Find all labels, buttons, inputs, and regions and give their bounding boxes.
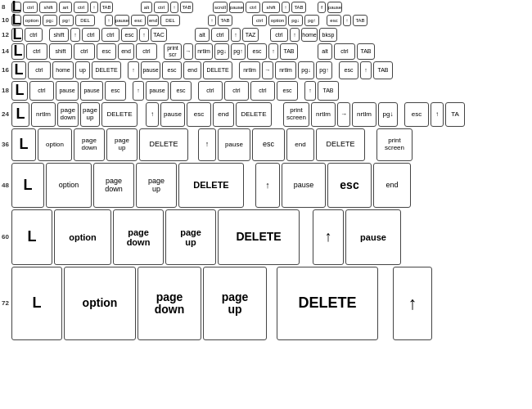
key-row24-6[interactable]: ↑	[146, 102, 159, 127]
key-row14-8[interactable]: printscr	[164, 43, 182, 60]
key-row60-2[interactable]: pagedown	[113, 209, 164, 265]
key-row12-6[interactable]: ctrl	[101, 28, 119, 42]
key-row24-15[interactable]: nrtlm	[352, 102, 376, 127]
key-row18-2[interactable]: pause	[56, 81, 79, 101]
key-row24-3[interactable]: pageup	[80, 102, 100, 127]
key-row48-1[interactable]: option	[46, 163, 92, 208]
key-row24-2[interactable]: pagedown	[57, 102, 79, 127]
key-row8-9[interactable]: ctrl	[154, 2, 169, 13]
key-row10-6[interactable]: ↑	[105, 15, 113, 26]
key-row8-14[interactable]: pause	[229, 2, 244, 13]
key-row16-12[interactable]: nrtlm	[239, 61, 260, 79]
key-row12-8[interactable]: ↑	[139, 28, 149, 42]
key-row8-15[interactable]: ctrl	[246, 2, 260, 13]
key-row14-9[interactable]: →	[183, 43, 193, 60]
key-row14-19[interactable]: TAB	[357, 43, 375, 60]
key-row60-7[interactable]: pause	[345, 209, 401, 265]
key-row72-2[interactable]: pagedown	[138, 267, 201, 340]
key-row24-4[interactable]: DELETE	[101, 102, 138, 127]
key-row12-0[interactable]: L	[11, 28, 23, 42]
key-row12-17[interactable]: ↑	[290, 28, 300, 42]
key-row8-17[interactable]: ↑	[282, 2, 290, 13]
key-row24-19[interactable]: ↑	[431, 102, 444, 127]
key-row8-16[interactable]: shift	[262, 2, 280, 13]
key-row60-0[interactable]: L	[11, 209, 52, 265]
key-row24-8[interactable]: esc	[187, 102, 211, 127]
key-row12-12[interactable]: ctrl	[211, 28, 229, 42]
key-row14-15[interactable]: TAB	[280, 43, 298, 60]
key-row14-4[interactable]: esc	[97, 43, 116, 60]
key-row18-15[interactable]: ↑	[304, 81, 316, 101]
key-row8-3[interactable]: art	[59, 2, 72, 13]
key-row18-3[interactable]: pause	[80, 81, 103, 101]
key-row12-1[interactable]: ctrl	[25, 28, 43, 42]
key-row72-3[interactable]: pageup	[203, 267, 267, 340]
key-row12-16[interactable]: ctrl	[270, 28, 288, 42]
key-row16-0[interactable]: L	[11, 61, 26, 79]
key-row72-1[interactable]: option	[64, 267, 136, 340]
key-row10-1[interactable]: option	[23, 15, 41, 26]
key-row24-13[interactable]: nrtlm	[311, 102, 336, 127]
key-row10-15[interactable]: ctrl	[252, 15, 267, 26]
key-row8-11[interactable]: TAB	[180, 2, 193, 13]
key-row8-2[interactable]: shift	[39, 2, 57, 13]
key-row60-6[interactable]: ↑	[313, 209, 344, 265]
key-row10-20[interactable]: esc	[327, 15, 341, 26]
key-row10-4[interactable]: DEL	[75, 15, 95, 26]
key-row12-4[interactable]: ↑	[70, 28, 80, 42]
key-row18-4[interactable]: esc	[105, 81, 126, 101]
key-row14-18[interactable]: ctrl	[334, 43, 355, 60]
key-row16-20[interactable]: TAB	[373, 61, 393, 79]
key-row10-18[interactable]: pg↑	[304, 15, 319, 26]
key-row12-5[interactable]: ctrl	[82, 28, 100, 42]
key-row48-4[interactable]: DELETE	[178, 163, 244, 208]
key-row24-10[interactable]: DELETE	[236, 102, 272, 127]
key-row14-2[interactable]: shift	[49, 43, 72, 60]
key-row24-1[interactable]: nrtlm	[31, 102, 56, 127]
key-row24-0[interactable]: L	[11, 102, 29, 127]
key-row36-3[interactable]: pageup	[106, 128, 138, 161]
key-row8-13[interactable]: scroll	[213, 2, 228, 13]
key-row14-12[interactable]: pg↑	[231, 43, 246, 60]
key-row8-8[interactable]: alt	[141, 2, 152, 13]
key-row14-6[interactable]: ctrl	[136, 43, 157, 60]
key-row16-9[interactable]: end	[183, 61, 201, 79]
key-row10-9[interactable]: end	[147, 15, 159, 26]
key-row14-13[interactable]: esc	[247, 43, 267, 60]
key-row48-9[interactable]: end	[373, 163, 411, 208]
key-row14-10[interactable]: nrtlm	[195, 43, 213, 60]
key-row24-12[interactable]: printscreen	[283, 102, 309, 127]
key-row12-3[interactable]: shift	[49, 28, 69, 42]
key-row18-0[interactable]: L	[11, 81, 28, 101]
key-row48-6[interactable]: ↑	[255, 163, 280, 208]
key-row10-21[interactable]: ↑	[343, 15, 351, 26]
key-row12-9[interactable]: TAC	[151, 28, 167, 42]
key-row60-4[interactable]: DELETE	[218, 209, 300, 265]
key-row36-9[interactable]: end	[286, 128, 314, 161]
key-row12-18[interactable]: home	[301, 28, 318, 42]
key-row16-1[interactable]: ctrl	[28, 61, 51, 79]
key-row48-8[interactable]: esc	[327, 163, 372, 208]
key-row14-17[interactable]: alt	[318, 43, 332, 60]
key-row18-6[interactable]: ↑	[133, 81, 144, 101]
key-row8-10[interactable]: ↑	[170, 2, 178, 13]
key-row10-13[interactable]: TAB	[218, 15, 232, 26]
key-row48-2[interactable]: pagedown	[93, 163, 134, 208]
key-row24-14[interactable]: →	[337, 102, 350, 127]
key-row16-14[interactable]: nrtlm	[275, 61, 296, 79]
key-row18-11[interactable]: ctrl	[224, 81, 249, 101]
key-row18-1[interactable]: ctrl	[29, 81, 54, 101]
key-row24-16[interactable]: pg↓	[378, 102, 398, 127]
key-row10-7[interactable]: pause	[115, 15, 129, 26]
key-row12-13[interactable]: ↑	[231, 28, 241, 42]
key-row8-1[interactable]: ctrl	[23, 2, 38, 13]
key-row16-6[interactable]: ↑	[128, 61, 139, 79]
key-row8-6[interactable]: TAB	[100, 2, 113, 13]
key-row18-13[interactable]: esc	[277, 81, 298, 101]
key-row36-6[interactable]: ↑	[198, 128, 216, 161]
key-row18-7[interactable]: pause	[146, 81, 169, 101]
key-row14-0[interactable]: L	[11, 43, 25, 60]
key-row8-4[interactable]: ctrl	[74, 2, 88, 13]
key-row24-7[interactable]: pause	[160, 102, 185, 127]
key-row36-8[interactable]: esc	[252, 128, 285, 161]
